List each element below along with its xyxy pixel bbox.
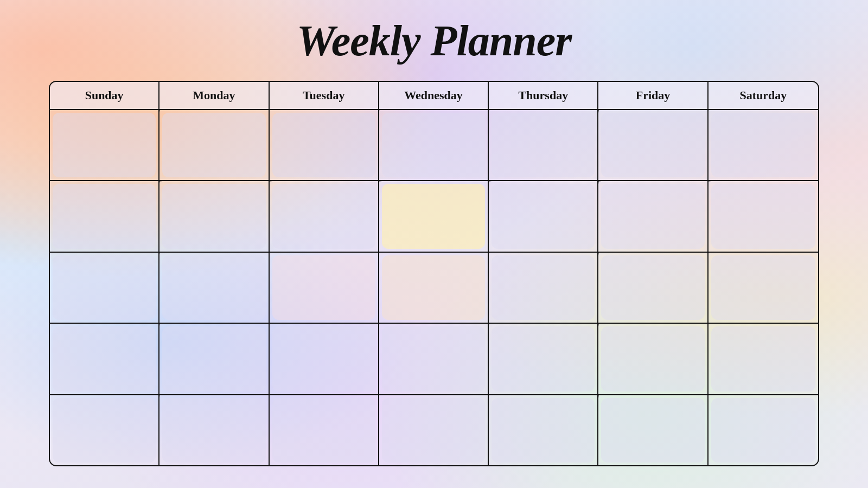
cell-r1-fri[interactable]: [598, 110, 708, 180]
cell-r2-thu[interactable]: [489, 181, 598, 251]
header-saturday: Saturday: [709, 82, 818, 109]
cell-r3-tue[interactable]: [270, 253, 379, 323]
cell-r1-sun[interactable]: [50, 110, 159, 180]
cell-r1-tue[interactable]: [270, 110, 379, 180]
week-row-1: [50, 110, 818, 181]
cell-r1-mon[interactable]: [159, 110, 269, 180]
cell-r1-wed[interactable]: [379, 110, 489, 180]
cell-r5-fri[interactable]: [598, 395, 708, 465]
cell-r1-thu[interactable]: [489, 110, 598, 180]
cell-r5-tue[interactable]: [270, 395, 379, 465]
cell-r4-mon[interactable]: [159, 324, 269, 394]
week-row-4: [50, 324, 818, 395]
cell-r5-mon[interactable]: [159, 395, 269, 465]
cell-r3-wed[interactable]: [379, 253, 489, 323]
cell-r3-thu[interactable]: [489, 253, 598, 323]
header-friday: Friday: [598, 82, 708, 109]
cell-r3-mon[interactable]: [159, 253, 269, 323]
cell-r4-tue[interactable]: [270, 324, 379, 394]
cell-r3-fri[interactable]: [598, 253, 708, 323]
cell-r4-sat[interactable]: [709, 324, 818, 394]
week-row-3: [50, 253, 818, 324]
cell-r1-sat[interactable]: [709, 110, 818, 180]
cell-r5-thu[interactable]: [489, 395, 598, 465]
header-row: Sunday Monday Tuesday Wednesday Thursday…: [50, 82, 818, 110]
header-tuesday: Tuesday: [270, 82, 379, 109]
cell-r5-sun[interactable]: [50, 395, 159, 465]
cell-r2-sat[interactable]: [709, 181, 818, 251]
main-container: Weekly Planner Sunday Monday Tuesday Wed…: [0, 0, 868, 488]
cell-r4-wed[interactable]: [379, 324, 489, 394]
cell-r5-wed[interactable]: [379, 395, 489, 465]
cell-r2-mon[interactable]: [159, 181, 269, 251]
page-title: Weekly Planner: [297, 16, 572, 66]
cell-r4-sun[interactable]: [50, 324, 159, 394]
cell-r2-sun[interactable]: [50, 181, 159, 251]
planner-grid: Sunday Monday Tuesday Wednesday Thursday…: [49, 81, 819, 466]
header-wednesday: Wednesday: [379, 82, 489, 109]
cell-r2-wed[interactable]: [379, 181, 489, 251]
header-sunday: Sunday: [50, 82, 159, 109]
cell-r5-sat[interactable]: [709, 395, 818, 465]
week-row-5: [50, 395, 818, 465]
cell-r4-fri[interactable]: [598, 324, 708, 394]
cell-r2-tue[interactable]: [270, 181, 379, 251]
cell-r2-fri[interactable]: [598, 181, 708, 251]
cell-r4-thu[interactable]: [489, 324, 598, 394]
cell-r3-sat[interactable]: [709, 253, 818, 323]
header-monday: Monday: [159, 82, 269, 109]
header-thursday: Thursday: [489, 82, 598, 109]
week-row-2: [50, 181, 818, 252]
calendar-body: [50, 110, 818, 465]
cell-r3-sun[interactable]: [50, 253, 159, 323]
